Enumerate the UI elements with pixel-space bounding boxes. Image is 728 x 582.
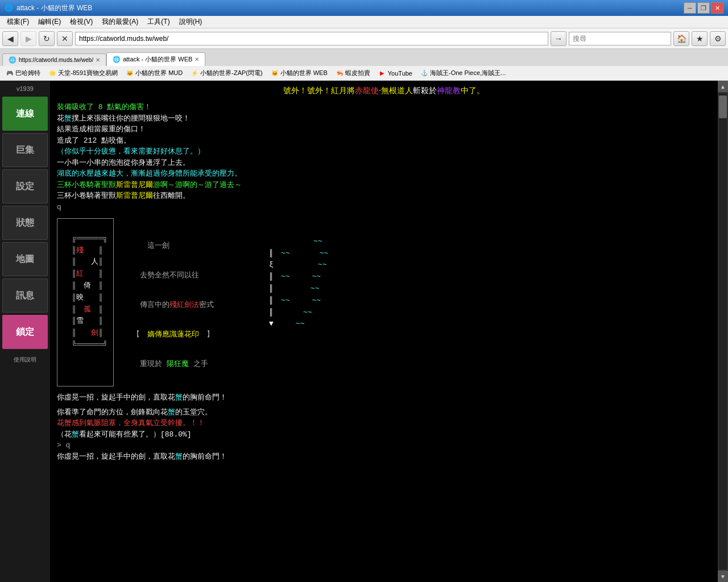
tools-nav-button[interactable]: ⚙ <box>710 31 726 46</box>
bookmark-bahamut[interactable]: 🎮 巴哈姆特 <box>2 68 44 78</box>
scroll-track[interactable] <box>719 93 727 569</box>
sidebar-btn-settings[interactable]: 設定 <box>2 169 48 203</box>
tab-active-icon: 🌐 <box>113 56 121 63</box>
tab-close[interactable]: ✕ <box>96 57 100 63</box>
announce-prefix: 號外！號外！紅月將 <box>283 86 355 95</box>
titlebar-left: 🌐 attack - 小貓的世界 WEB <box>5 3 92 13</box>
combat-tired: （花蟹看起來可能有些累了。）[88.0%] <box>57 430 192 439</box>
refresh-button[interactable]: ↻ <box>39 31 55 46</box>
minimize-button[interactable]: ─ <box>684 2 696 14</box>
log-squid2: 三杯小卷騎著聖獸斯雷普尼爾往西離開。 <box>57 192 190 200</box>
art-poem-box: ╔══════╗ ║殘 ║ ║ 人║ ║紅 ║ ║ 倚 ║ ║映 ║ ║ 孤 ║… <box>57 218 114 386</box>
log-squid1: 三杯小卷騎著聖獸斯雷普尼爾游啊～游啊的～游了過去～ <box>57 181 242 189</box>
log-line-8: 三杯小卷騎著聖獸斯雷普尼爾游啊～游啊的～游了過去～ <box>57 180 711 191</box>
art-sword-visual: ~~ ║ ~~ ~~ ξ ~~ ║ ~~ ~~ ║ ~~ ║ ~~ ~~ ║ ~… <box>262 224 328 386</box>
sidebar-btn-messages[interactable]: 訊息 <box>2 278 48 313</box>
combat-line-q: > q <box>57 440 711 451</box>
menu-tools[interactable]: 工具(T) <box>143 16 174 28</box>
bookmark-onepiece-label: 海賊王-One Piece,海賊王... <box>430 69 506 77</box>
bottom-combat: 你虛晃一招，旋起手中的劍，直取花蟹的胸前命門！ 你看準了命門的方位，劍鋒戳向花蟹… <box>57 392 711 462</box>
combat-q: > q <box>57 441 70 450</box>
titlebar: 🌐 attack - 小貓的世界 WEB ─ ❐ ✕ <box>0 0 728 16</box>
main-wrapper: v1939 連線 巨集 設定 狀態 地圖 訊息 鎖定 使用說明 號外！號外！紅月… <box>0 81 728 582</box>
bookmark-catweb[interactable]: 🐱 小貓的世界 WEB <box>267 68 331 78</box>
log-crab-attack: 花蟹撲上來張嘴往你的腰間狠狠地一咬！ <box>57 114 190 123</box>
back-button[interactable]: ◀ <box>2 31 18 46</box>
sidebar: v1939 連線 巨集 設定 狀態 地圖 訊息 鎖定 使用說明 <box>0 81 50 582</box>
bookmark-heaven[interactable]: 🌟 天堂-8591寶物交易網 <box>45 68 121 78</box>
sidebar-usage-label[interactable]: 使用說明 <box>14 356 36 364</box>
bookmark-catzap-label: 小貓的世界-ZAP(閃電) <box>200 69 262 77</box>
art-sword-lines: ~~ ║ ~~ ~~ ξ ~~ ║ ~~ ~~ ║ ~~ ║ ~~ ~~ ║ ~… <box>262 237 328 329</box>
combat-line-2: 你看準了命門的方位，劍鋒戳向花蟹的玉堂穴。 <box>57 407 711 418</box>
forward-button[interactable]: ▶ <box>20 31 36 46</box>
log-bubbles: 一小串一小串的泡泡從你身邊浮了上去。 <box>57 159 190 167</box>
bookmark-shrimp-label: 蝦皮拍賣 <box>345 69 370 77</box>
menu-help[interactable]: 說明(H) <box>175 16 207 28</box>
announce-location: 神龍教 <box>437 86 461 95</box>
catzap-icon: ⚡ <box>191 69 198 77</box>
scroll-thumb[interactable] <box>719 95 727 118</box>
game-content: 號外！號外！紅月將赤龍使‧無根道人斬殺於神龍教中了。 裝備吸收了 8 點氣的傷害… <box>50 81 718 582</box>
bookmark-bahamut-label: 巴哈姆特 <box>15 69 40 77</box>
log-line-q: q <box>57 202 711 213</box>
announce-line: 號外！號外！紅月將赤龍使‧無根道人斬殺於神龍教中了。 <box>57 85 711 97</box>
menu-favorites[interactable]: 我的最愛(A) <box>97 16 143 28</box>
sidebar-btn-lock[interactable]: 鎖定 <box>2 315 48 349</box>
combat-aim: 你看準了命門的方位，劍鋒戳向花蟹的玉堂穴。 <box>57 408 212 417</box>
log-line-3: 結果造成相當嚴重的傷口！ <box>57 124 711 135</box>
log-tired: （你似乎十分疲憊，看來需要好好休息了。） <box>57 147 205 156</box>
announce-end: 中了。 <box>461 86 485 95</box>
youtube-icon: ▶ <box>378 69 386 77</box>
sidebar-btn-macro[interactable]: 巨集 <box>2 133 48 167</box>
browser-icon: 🌐 <box>5 4 13 12</box>
sidebar-btn-map[interactable]: 地圖 <box>2 242 48 276</box>
search-input[interactable] <box>569 32 671 45</box>
log-wound: 結果造成相當嚴重的傷口！ <box>57 125 146 134</box>
bookmark-youtube-label: YouTube <box>388 70 412 77</box>
catweb-icon: 🐱 <box>271 69 279 77</box>
favorites-button[interactable]: ★ <box>692 31 708 46</box>
tab-icon: 🌐 <box>9 56 16 64</box>
menu-view[interactable]: 檢視(V) <box>65 16 97 28</box>
bookmark-youtube[interactable]: ▶ YouTube <box>375 68 416 78</box>
onepiece-icon: ⚓ <box>420 69 428 77</box>
bahamut-icon: 🎮 <box>6 69 14 77</box>
log-line-7: 湖底的水壓越來越大，漸漸超過你身體所能承受的壓力。 <box>57 168 711 180</box>
bookmark-catzap[interactable]: ⚡ 小貓的世界-ZAP(閃電) <box>187 68 266 78</box>
menubar: 檔案(F) 編輯(E) 檢視(V) 我的最愛(A) 工具(T) 說明(H) <box>0 16 728 28</box>
combat-line-3: 花蟹感到氣脈阻塞，全身真氣立受幹擾。！！ <box>57 418 711 429</box>
right-scrollbar: ▲ ▼ <box>718 81 728 582</box>
titlebar-title: attack - 小貓的世界 WEB <box>16 3 92 13</box>
bookmark-shrimp[interactable]: 🦐 蝦皮拍賣 <box>332 68 374 78</box>
scroll-down-arrow[interactable]: ▼ <box>718 571 728 582</box>
combat-strike-2: 你虛晃一招，旋起手中的劍，直取花蟹的胸前命門！ <box>57 452 227 461</box>
stop-button[interactable]: ✕ <box>57 31 73 46</box>
restore-button[interactable]: ❐ <box>697 2 710 14</box>
tab-attack-active[interactable]: 🌐 attack - 小貓的世界 WEB ✕ <box>106 52 205 66</box>
menu-file[interactable]: 檔案(F) <box>2 16 34 28</box>
address-bar[interactable] <box>75 32 548 45</box>
art-center-text: 這一劍 去勢全然不同以往 傳言中的殘紅劍法密式 【 嫡傳應識蓮花印 】 重現於 … <box>125 224 239 386</box>
titlebar-controls: ─ ❐ ✕ <box>684 2 723 14</box>
scroll-up-arrow[interactable]: ▲ <box>718 81 728 92</box>
sidebar-btn-connect[interactable]: 連線 <box>2 97 48 131</box>
tab-active-close[interactable]: ✕ <box>195 56 199 63</box>
go-button[interactable]: → <box>551 31 566 46</box>
combat-line-5: 你虛晃一招，旋起手中的劍，直取花蟹的胸前命門！ <box>57 451 711 463</box>
menu-edit[interactable]: 編輯(E) <box>34 16 65 28</box>
home-button[interactable]: 🏠 <box>673 31 689 46</box>
close-button[interactable]: ✕ <box>711 2 723 14</box>
art-container: ╔══════╗ ║殘 ║ ║ 人║ ║紅 ║ ║ 倚 ║ ║映 ║ ║ 孤 ║… <box>57 218 711 386</box>
log-absorb: 裝備吸收了 8 點氣的傷害！ <box>57 103 151 111</box>
heaven-icon: 🌟 <box>48 69 56 77</box>
bookmark-onepiece[interactable]: ⚓ 海賊王-One Piece,海賊王... <box>417 68 509 78</box>
log-damage: 造成了 212 點咬傷。 <box>57 136 131 145</box>
log-line-9: 三杯小卷騎著聖獸斯雷普尼爾往西離開。 <box>57 190 711 202</box>
log-line-6: 一小串一小串的泡泡從你身邊浮了上去。 <box>57 157 711 169</box>
art-sword-intro: 這一劍 去勢全然不同以往 傳言中的殘紅劍法密式 【 嫡傳應識蓮花印 】 重現於 … <box>125 242 214 368</box>
sidebar-btn-status[interactable]: 狀態 <box>2 206 48 240</box>
tab-catworld-url[interactable]: 🌐 https://catworld.muds.tw/web/ ✕ <box>2 53 106 66</box>
bookmark-catmud-label: 小貓的世界 MUD <box>135 69 183 77</box>
bookmark-catmud[interactable]: 🐱 小貓的世界 MUD <box>122 68 186 78</box>
